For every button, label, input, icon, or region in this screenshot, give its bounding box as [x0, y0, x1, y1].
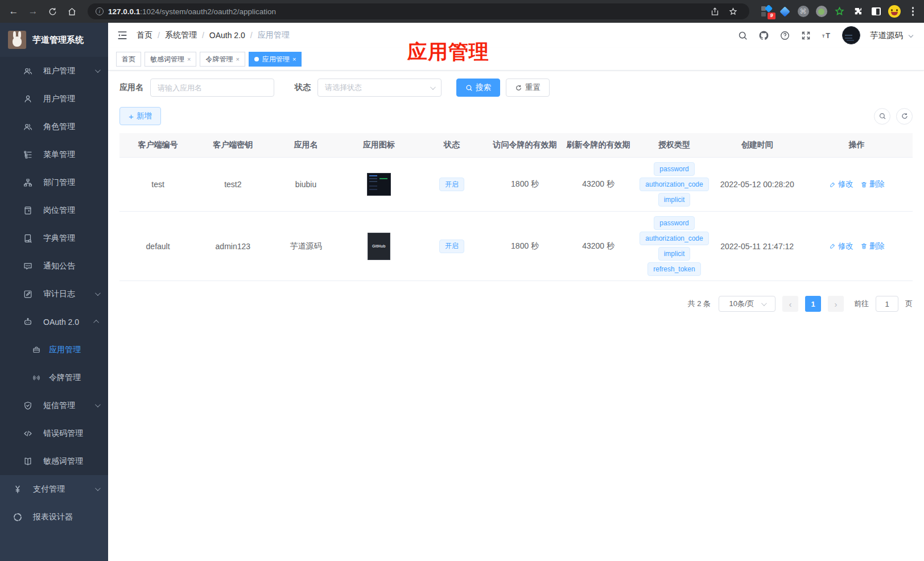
tab-首页[interactable]: 首页 [116, 52, 141, 67]
chevron-down-icon [95, 67, 101, 73]
sidebar-item-错误码管理[interactable]: 错误码管理 [0, 419, 108, 447]
sidebar-item-label: OAuth 2.0 [43, 317, 85, 327]
tab-敏感词管理[interactable]: 敏感词管理× [145, 52, 196, 67]
dict-icon [23, 233, 33, 244]
delete-button[interactable]: 删除 [860, 179, 885, 189]
breadcrumb-home[interactable]: 首页 [137, 30, 152, 40]
app-name-input[interactable] [150, 79, 274, 97]
prev-page-button[interactable]: ‹ [782, 296, 798, 312]
search-button[interactable]: 搜索 [456, 79, 500, 97]
tampermonkey-extension-icon[interactable]: 9 [761, 5, 773, 18]
browser-home-icon[interactable] [64, 3, 80, 19]
status-select[interactable]: 请选择状态 [317, 79, 442, 97]
status-cell: 开启 [415, 235, 488, 258]
tab-令牌管理[interactable]: 令牌管理× [200, 52, 245, 67]
split-view-icon[interactable] [870, 5, 882, 18]
applications-table: 客户端编号客户端密钥应用名应用图标状态访问令牌的有效期刷新令牌的有效期授权类型创… [119, 133, 913, 281]
command-extension-icon[interactable]: ⌘ [797, 5, 810, 18]
help-icon[interactable] [779, 30, 790, 41]
site-info-icon[interactable]: i [96, 7, 104, 15]
table-body: testtest2biubiu开启1800 秒43200 秒passwordau… [119, 157, 913, 281]
share-icon[interactable] [707, 3, 723, 19]
browser-reload-icon[interactable] [44, 3, 60, 19]
reset-button[interactable]: 重置 [506, 79, 550, 97]
tab-close-icon[interactable]: × [236, 56, 239, 63]
sidebar-item-令牌管理[interactable]: 令牌管理 [0, 364, 108, 391]
bookmark-star-icon[interactable] [725, 3, 741, 19]
sidebar-item-租户管理[interactable]: 租户管理 [0, 57, 108, 85]
tags-view-bar: 首页敏感词管理×令牌管理×应用管理× [108, 48, 924, 71]
gem-extension-icon[interactable] [779, 5, 791, 18]
client-secret-cell: admin123 [196, 237, 269, 255]
browser-forward-icon[interactable]: → [25, 3, 41, 19]
active-dot [254, 57, 259, 61]
sidebar-item-OAuth 2.0[interactable]: OAuth 2.0 [0, 308, 108, 336]
navbar-actions: TT 芋道源码 [737, 26, 913, 44]
sidebar-item-敏感词管理[interactable]: 敏感词管理 [0, 447, 108, 475]
column-header: 刷新令牌的有效期 [562, 133, 635, 157]
recorder-extension-icon[interactable] [815, 5, 828, 18]
refresh-ttl-cell: 43200 秒 [562, 175, 635, 194]
breadcrumb-system[interactable]: 系统管理 [165, 30, 197, 40]
svg-text:T: T [826, 32, 830, 40]
sidebar-item-部门管理[interactable]: 部门管理 [0, 168, 108, 196]
browser-back-icon[interactable]: ← [6, 3, 22, 19]
tab-应用管理[interactable]: 应用管理× [249, 52, 302, 67]
sidebar-item-菜单管理[interactable]: 菜单管理 [0, 141, 108, 168]
sidebar-item-label: 审计日志 [43, 289, 85, 299]
users-icon [23, 66, 33, 76]
edit-button[interactable]: 修改 [829, 241, 853, 251]
tab-close-icon[interactable]: × [292, 56, 296, 63]
github-icon[interactable] [758, 30, 769, 41]
toggle-search-button[interactable] [874, 108, 890, 125]
sidebar-item-应用管理[interactable]: 应用管理 [0, 336, 108, 364]
sidebar-item-审计日志[interactable]: 审计日志 [0, 280, 108, 308]
edit-pencil-icon [829, 242, 836, 250]
edit-button[interactable]: 修改 [829, 179, 853, 189]
header-search-icon[interactable] [737, 30, 748, 41]
column-header: 应用图标 [343, 133, 415, 157]
comment-icon [23, 261, 33, 271]
user-icon [23, 94, 33, 104]
username[interactable]: 芋道源码 [870, 30, 903, 41]
add-button[interactable]: + 新增 [119, 107, 161, 125]
page-size-select[interactable]: 10条/页 [719, 296, 776, 312]
openbook-icon [23, 456, 33, 467]
table-row: testtest2biubiu开启1800 秒43200 秒passwordau… [119, 157, 913, 212]
page-jump-input[interactable] [876, 296, 898, 312]
sidebar-collapse-icon[interactable] [116, 29, 129, 42]
sidebar-item-label: 令牌管理 [49, 373, 99, 383]
sidebar-item-用户管理[interactable]: 用户管理 [0, 85, 108, 113]
sidebar-item-角色管理[interactable]: 角色管理 [0, 113, 108, 141]
delete-button[interactable]: 删除 [860, 241, 885, 251]
status-tag: 开启 [439, 240, 464, 253]
sidebar-item-通知公告[interactable]: 通知公告 [0, 252, 108, 280]
svg-text:T: T [822, 34, 824, 39]
sidebar-item-报表设计器[interactable]: 报表设计器 [0, 503, 108, 531]
next-page-button[interactable]: › [828, 296, 844, 312]
refresh-table-button[interactable] [896, 108, 913, 125]
sidebar-item-岗位管理[interactable]: 岗位管理 [0, 196, 108, 224]
breadcrumb-current: 应用管理 [258, 30, 290, 40]
star-extension-icon[interactable] [834, 5, 846, 18]
sidebar-item-支付管理[interactable]: 支付管理 [0, 475, 108, 503]
sidebar-item-label: 敏感词管理 [43, 456, 99, 467]
fullscreen-icon[interactable] [800, 30, 811, 41]
app-icon-image: GitHub [368, 233, 390, 260]
sidebar-item-字典管理[interactable]: 字典管理 [0, 224, 108, 252]
sidebar-item-短信管理[interactable]: 短信管理 [0, 391, 108, 419]
actions-cell: 修改删除 [801, 175, 913, 194]
user-menu-caret-icon[interactable] [909, 33, 913, 38]
filter-form: 应用名 状态 请选择状态 搜索 重置 [119, 79, 913, 97]
url-bar[interactable]: i 127.0.0.1:1024/system/oauth2/oauth2/ap… [88, 3, 749, 19]
extension-tray: 9 ⌘ [757, 5, 904, 18]
page-number-1[interactable]: 1 [805, 296, 821, 312]
profile-avatar[interactable] [888, 5, 901, 18]
tab-close-icon[interactable]: × [187, 56, 191, 63]
browser-menu-icon[interactable] [908, 5, 919, 18]
font-size-icon[interactable]: TT [821, 30, 832, 41]
puzzle-extensions-icon[interactable] [852, 5, 864, 18]
user-avatar[interactable] [842, 26, 860, 44]
breadcrumb-oauth[interactable]: OAuth 2.0 [209, 31, 245, 40]
org-icon [23, 178, 33, 188]
